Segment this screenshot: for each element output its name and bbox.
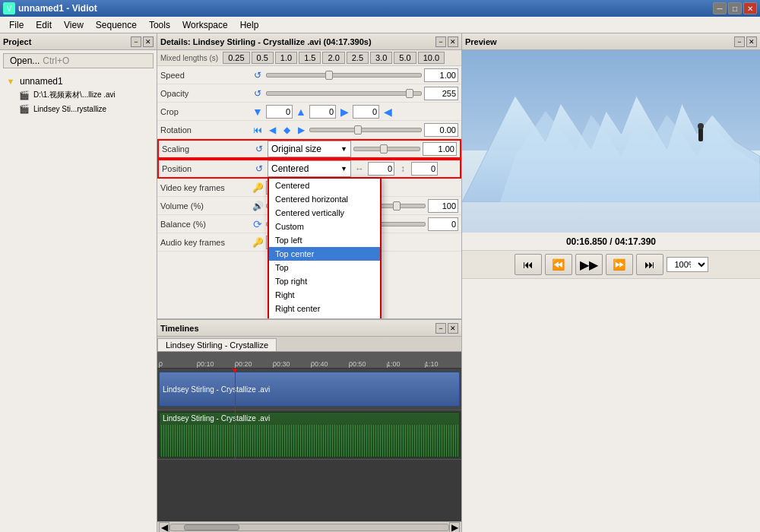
project-panel-pin[interactable]: − — [131, 36, 141, 47]
position-y[interactable] — [411, 162, 438, 176]
timeline-close-btn[interactable]: ✕ — [448, 323, 458, 334]
crop-value2[interactable] — [309, 105, 336, 119]
volume-thumb[interactable] — [393, 201, 401, 211]
time-btn-10[interactable]: 1.0 — [275, 52, 297, 64]
time-btn-30[interactable]: 3.0 — [370, 52, 392, 64]
crop-left-icon[interactable]: ◀ — [382, 106, 394, 118]
speed-reset-icon[interactable]: ↺ — [252, 69, 264, 81]
option-right-center[interactable]: Right center — [269, 302, 380, 315]
scroll-thumb[interactable] — [184, 524, 239, 530]
ruler-tick-50 — [349, 363, 350, 368]
crop-up-icon[interactable]: ▲ — [295, 106, 307, 118]
position-x[interactable] — [368, 162, 394, 176]
option-top-right[interactable]: Top right — [269, 274, 380, 288]
preview-skip-start-btn[interactable]: ⏮ — [515, 254, 542, 275]
time-btn-20[interactable]: 2.0 — [322, 52, 344, 64]
tree-item-project[interactable]: ▼ unnamed1 — [3, 74, 154, 88]
opacity-value[interactable] — [424, 87, 458, 100]
balance-value[interactable] — [428, 217, 458, 231]
option-top-center[interactable]: Top center — [269, 247, 380, 261]
close-button[interactable]: ✕ — [743, 2, 757, 14]
open-button[interactable]: Open... Ctrl+O — [3, 53, 154, 68]
scaling-reset-icon[interactable]: ↺ — [253, 143, 265, 155]
preview-close-btn[interactable]: ✕ — [746, 36, 757, 47]
menu-edit[interactable]: Edit — [30, 18, 58, 32]
ruler-tick-0 — [159, 363, 160, 368]
audio-clip[interactable]: Lindsey Stirling - Crystallize .avi — [159, 412, 460, 458]
rotation-thumb[interactable] — [354, 125, 362, 135]
preview-skip-end-btn[interactable]: ⏭ — [636, 254, 663, 275]
preview-play-btn[interactable]: ▶▶ — [575, 254, 603, 275]
project-panel-close[interactable]: ✕ — [143, 36, 154, 47]
option-centered[interactable]: Centered — [269, 179, 380, 192]
menu-sequence[interactable]: Sequence — [90, 18, 143, 32]
project-panel: Project − ✕ Open... Ctrl+O ▼ unnamed1 🎬 … — [0, 33, 157, 532]
opacity-label: Opacity — [160, 89, 252, 98]
option-top-left[interactable]: Top left — [269, 233, 380, 247]
preview-next-frame-btn[interactable]: ⏩ — [606, 254, 633, 275]
maximize-button[interactable]: □ — [728, 2, 742, 14]
minimize-button[interactable]: ─ — [713, 2, 727, 14]
speed-value[interactable] — [424, 68, 458, 82]
menu-file[interactable]: File — [3, 18, 30, 32]
sequence-tab[interactable]: Lindsey Stirling - Crystallize — [157, 338, 277, 351]
option-custom[interactable]: Custom — [269, 220, 380, 233]
timeline-pin-btn[interactable]: − — [435, 323, 446, 334]
time-btn-50[interactable]: 5.0 — [394, 52, 416, 64]
scaling-slider[interactable] — [353, 147, 420, 151]
time-btn-25[interactable]: 2.5 — [347, 52, 369, 64]
crop-right-icon[interactable]: ▶ — [338, 106, 350, 118]
tree-item-video2[interactable]: 🎬 Lindsey Sti...rystallize — [3, 102, 154, 116]
time-btn-025[interactable]: 0.25 — [223, 52, 249, 64]
rotation-next-icon[interactable]: ▶ — [295, 124, 307, 136]
position-reset-icon[interactable]: ↺ — [253, 163, 265, 175]
menu-view[interactable]: View — [58, 18, 90, 32]
speed-thumb[interactable] — [325, 71, 333, 80]
rotation-reset-icon[interactable]: ⏮ — [252, 124, 264, 136]
option-centered-horizontal[interactable]: Centered horizontal — [269, 192, 380, 206]
preview-prev-frame-btn[interactable]: ⏪ — [545, 254, 572, 275]
menu-workspace[interactable]: Workspace — [176, 18, 234, 32]
person-figure — [698, 128, 703, 141]
menu-tools[interactable]: Tools — [143, 18, 176, 32]
timeline-scrollbar[interactable]: ◀ ▶ — [157, 521, 461, 532]
option-centered-vertically[interactable]: Centered vertically — [269, 206, 380, 220]
rotation-value[interactable] — [424, 123, 458, 137]
scaling-thumb[interactable] — [380, 144, 388, 154]
scroll-right-btn[interactable]: ▶ — [449, 522, 460, 533]
position-dropdown-btn[interactable]: Centered ▼ — [268, 160, 351, 177]
details-close-button[interactable]: ✕ — [448, 36, 458, 47]
scroll-track[interactable] — [169, 524, 449, 531]
time-btn-05[interactable]: 0.5 — [252, 52, 274, 64]
opacity-slider[interactable] — [266, 91, 422, 96]
scaling-dropdown[interactable]: Original size ▼ — [268, 141, 351, 157]
preview-pin-btn[interactable]: − — [734, 36, 745, 47]
option-top[interactable]: Top — [269, 261, 380, 274]
rotation-keyframe-icon[interactable]: ◆ — [280, 124, 293, 136]
menu-help[interactable]: Help — [234, 18, 265, 32]
opacity-reset-icon[interactable]: ↺ — [252, 87, 264, 100]
open-shortcut: Ctrl+O — [43, 55, 69, 66]
scaling-value-input[interactable] — [423, 142, 457, 156]
option-right[interactable]: Right — [269, 288, 380, 302]
time-btn-100[interactable]: 10.0 — [418, 52, 445, 64]
audio-clip-label: Lindsey Stirling - Crystallize .avi — [160, 413, 273, 424]
rotation-slider[interactable] — [309, 128, 422, 132]
crop-value3[interactable] — [353, 105, 379, 119]
preview-timecode: 00:16.850 / 04:17.390 — [462, 233, 760, 251]
volume-value[interactable] — [428, 199, 458, 213]
speed-slider[interactable] — [266, 73, 422, 78]
crop-down-icon[interactable]: ▼ — [252, 106, 264, 118]
option-bottom-right[interactable]: Bottom right — [269, 315, 380, 318]
tree-item-video1[interactable]: 🎬 D:\1.视频素材\...llize .avi — [3, 88, 154, 102]
opacity-thumb[interactable] — [406, 89, 413, 98]
details-pin-button[interactable]: − — [435, 36, 446, 47]
titlebar-buttons: ─ □ ✕ — [713, 2, 757, 14]
preview-zoom-select[interactable]: 25% 50% 75% 100% 125% 150% 200% — [667, 257, 708, 272]
scroll-left-btn[interactable]: ◀ — [159, 522, 169, 533]
video-clip[interactable]: Lindsey Stirling - Crystallize .avi — [159, 372, 460, 407]
crop-value1[interactable] — [266, 105, 293, 119]
ruler-tick-10 — [197, 363, 198, 368]
rotation-prev-icon[interactable]: ◀ — [266, 124, 278, 136]
time-btn-15[interactable]: 1.5 — [299, 52, 321, 64]
